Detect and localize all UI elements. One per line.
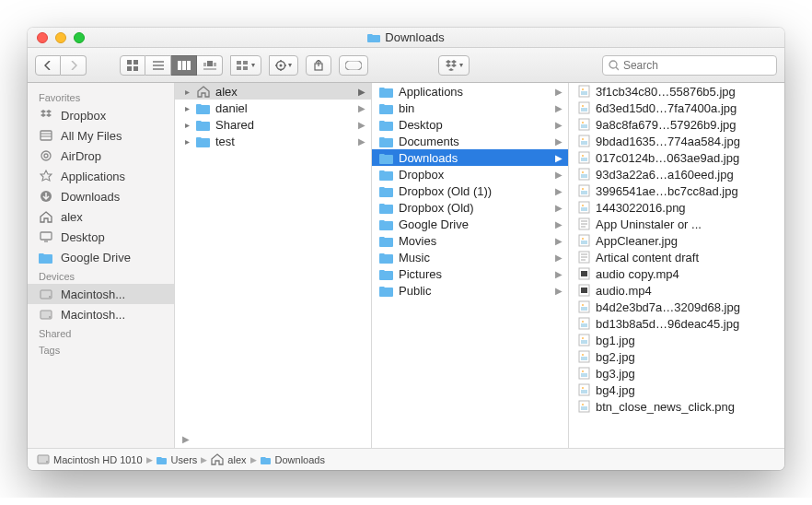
sidebar-item-applications[interactable]: Applications: [28, 166, 174, 186]
file-label: Artical content draft: [596, 251, 699, 264]
nav-buttons: [35, 55, 87, 76]
file-row[interactable]: Downloads▶: [372, 149, 568, 166]
sidebar-item-dropbox[interactable]: Dropbox: [28, 105, 174, 125]
breadcrumb-downloads[interactable]: Downloads: [261, 454, 325, 465]
jpg-icon: [576, 184, 591, 197]
file-row[interactable]: bg4.jpg: [569, 382, 784, 398]
file-row[interactable]: 9bdad1635…774aa584.jpg: [569, 133, 784, 149]
file-row[interactable]: ▸Shared▶: [175, 116, 371, 133]
sidebar-item-label: Macintosh...: [61, 288, 125, 301]
file-row[interactable]: Desktop▶: [372, 116, 568, 133]
action-button[interactable]: ▾: [269, 55, 298, 76]
column-more-arrow[interactable]: ▶: [175, 430, 371, 448]
sidebar-item-all-my-files[interactable]: All My Files: [28, 125, 174, 146]
file-row[interactable]: Dropbox (Old (1))▶: [372, 182, 568, 199]
sidebar-item-macintosh-[interactable]: Macintosh...: [28, 284, 174, 304]
svg-point-82: [582, 304, 584, 306]
icon-view-button[interactable]: [120, 55, 145, 76]
file-row[interactable]: 9a8c8fa679…57926b9.jpg: [569, 116, 784, 133]
sidebar: FavoritesDropboxAll My FilesAirDropAppli…: [28, 83, 175, 448]
file-row[interactable]: Dropbox▶: [372, 166, 568, 182]
file-row[interactable]: App Uninstaler or ...: [569, 216, 784, 232]
sidebar-item-macintosh-[interactable]: Macintosh...: [28, 304, 174, 324]
svg-rect-12: [214, 63, 216, 66]
file-row[interactable]: Public▶: [372, 282, 568, 299]
jpg-icon: [576, 85, 591, 98]
file-row[interactable]: b4d2e3bd7a…3209d68.jpg: [569, 299, 784, 315]
coverflow-view-button[interactable]: [197, 55, 223, 76]
file-row[interactable]: 93d3a22a6…a160eed.jpg: [569, 166, 784, 182]
folder-icon: [379, 184, 394, 197]
svg-rect-17: [243, 66, 248, 70]
disk-icon: [39, 287, 53, 301]
folder-icon: [157, 455, 168, 464]
chevron-right-icon: ▶: [555, 136, 564, 147]
tags-button[interactable]: [339, 55, 368, 76]
dropbox-toolbar-button[interactable]: ▾: [438, 55, 470, 76]
dropbox-icon: [39, 108, 53, 123]
file-row[interactable]: bg1.jpg: [569, 332, 784, 348]
svg-rect-10: [207, 61, 213, 66]
sidebar-item-desktop[interactable]: Desktop: [28, 227, 174, 247]
file-row[interactable]: 6d3ed15d0…7fa7400a.jpg: [569, 100, 784, 116]
file-row[interactable]: Documents▶: [372, 133, 568, 149]
file-row[interactable]: audio.mp4: [569, 282, 784, 299]
file-row[interactable]: 3996541ae…bc7cc8ad.jpg: [569, 182, 784, 199]
breadcrumb-users[interactable]: Users: [157, 454, 198, 465]
list-view-button[interactable]: [145, 55, 171, 76]
chevron-right-icon: ▶: [555, 153, 564, 163]
back-button[interactable]: [35, 55, 61, 76]
sidebar-item-downloads[interactable]: Downloads: [28, 186, 174, 206]
sidebar-header: Shared: [28, 324, 174, 341]
file-row[interactable]: ▸test▶: [175, 133, 371, 149]
file-row[interactable]: btn_close_news_click.png: [569, 398, 784, 415]
jpg-icon: [576, 334, 591, 346]
file-row[interactable]: ▸daniel▶: [175, 100, 371, 116]
share-button[interactable]: [306, 55, 331, 76]
chevron-right-icon: ▶: [555, 219, 564, 229]
file-label: b4d2e3bd7a…3209d68.jpg: [596, 300, 740, 314]
home-icon: [196, 85, 211, 98]
jpg-icon: [576, 317, 591, 330]
file-row[interactable]: AppCleaner.jpg: [569, 232, 784, 249]
arrange-button[interactable]: ▾: [230, 55, 261, 76]
content-area: FavoritesDropboxAll My FilesAirDropAppli…: [28, 83, 784, 448]
file-row[interactable]: Applications▶: [372, 83, 568, 100]
file-row[interactable]: Music▶: [372, 249, 568, 265]
file-row[interactable]: 1443022016.png: [569, 199, 784, 216]
file-row[interactable]: 017c0124b…063ae9ad.jpg: [569, 149, 784, 166]
search-field[interactable]: [602, 55, 777, 76]
column-view-button[interactable]: [171, 55, 197, 76]
file-label: 9bdad1635…774aa584.jpg: [596, 135, 740, 148]
svg-point-40: [49, 316, 51, 318]
folder-icon: [39, 250, 53, 264]
sidebar-item-alex[interactable]: alex: [28, 206, 174, 227]
forward-button[interactable]: [61, 55, 87, 76]
breadcrumb-alex[interactable]: alex: [211, 453, 246, 465]
jpg-icon: [576, 300, 591, 313]
svg-point-58: [582, 171, 584, 173]
file-row[interactable]: bg3.jpg: [569, 365, 784, 382]
sidebar-item-airdrop[interactable]: AirDrop: [28, 146, 174, 166]
file-row[interactable]: Google Drive▶: [372, 216, 568, 232]
file-row[interactable]: Movies▶: [372, 232, 568, 249]
titlebar: Downloads: [28, 28, 784, 48]
disk-icon: [37, 453, 50, 465]
file-label: alex: [215, 85, 238, 99]
folder-icon: [379, 101, 394, 114]
file-row[interactable]: audio copy.mp4: [569, 265, 784, 282]
file-row[interactable]: 3f1cb34c80…55876b5.jpg: [569, 83, 784, 100]
file-row[interactable]: Dropbox (Old)▶: [372, 199, 568, 216]
file-row[interactable]: bd13b8a5d…96deac45.jpg: [569, 315, 784, 332]
breadcrumb-macintosh-hd-1010[interactable]: Macintosh HD 1010: [37, 453, 143, 465]
file-row[interactable]: bg2.jpg: [569, 348, 784, 365]
breadcrumb-label: Downloads: [275, 454, 325, 465]
sidebar-item-google-drive[interactable]: Google Drive: [28, 247, 174, 267]
file-row[interactable]: bin▶: [372, 100, 568, 116]
file-row[interactable]: ▸alex▶: [175, 83, 371, 100]
file-row[interactable]: Artical content draft: [569, 249, 784, 265]
svg-rect-11: [203, 63, 206, 66]
folder-icon: [261, 455, 272, 464]
file-row[interactable]: Pictures▶: [372, 265, 568, 282]
search-input[interactable]: [623, 59, 771, 72]
